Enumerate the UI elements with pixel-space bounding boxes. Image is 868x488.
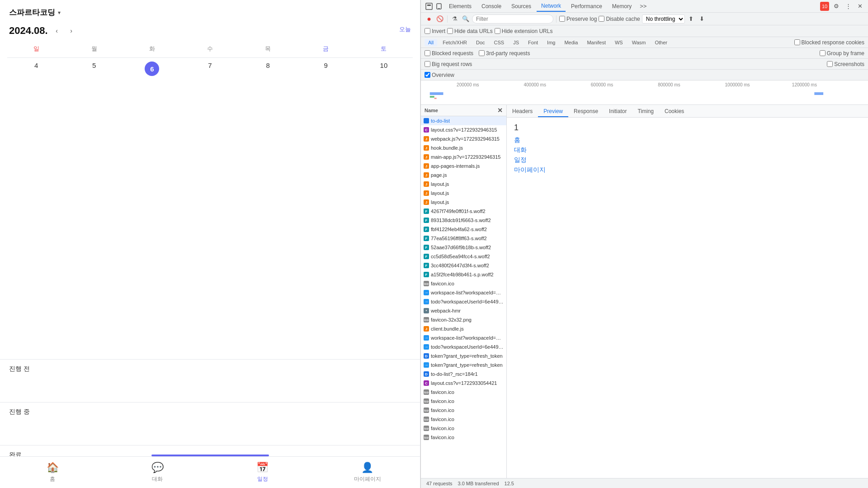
preview-link-mypage[interactable]: 마이페이지 [514,166,861,174]
type-wasm-btn[interactable]: Wasm [628,39,650,46]
network-item-17[interactable]: F a15f2fce4b98b461-s.p.woff2 [421,270,506,279]
disable-cache-checkbox[interactable]: Disable cache [599,16,640,22]
cal-day-7[interactable]: 7 [181,58,239,80]
throttle-select[interactable]: No throttling [642,14,685,24]
type-doc-btn[interactable]: Doc [472,39,489,46]
network-item-21[interactable]: * webpack-hmr [421,306,506,315]
type-manifest-btn[interactable]: Manifest [583,39,609,46]
network-item-5[interactable]: J app-pages-internals.js [421,161,506,171]
hide-data-urls-checkbox[interactable]: Hide data URLs [447,28,493,34]
nav-item-chat[interactable]: 💬 대화 [105,462,210,483]
type-other-btn[interactable]: Other [651,39,671,46]
cal-day-10[interactable]: 10 [355,58,413,80]
prev-month-button[interactable]: ‹ [52,25,62,36]
network-item-18[interactable]: ico favicon.ico [421,279,506,288]
tab-elements[interactable]: Elements [444,1,476,11]
export-icon[interactable]: ⬇ [698,14,707,24]
network-item-14[interactable]: F 52aae37d66f9b18b-s.woff2 [421,243,506,252]
detail-tab-headers[interactable]: Headers [507,106,538,117]
settings-icon[interactable]: ⚙ [832,2,841,11]
preview-link-home[interactable]: 홈 [514,136,861,144]
network-item-10[interactable]: F 4267f749fe0ff01f-s.woff2 [421,207,506,216]
network-item-4[interactable]: J main-app.js?v=1722932946315 [421,152,506,161]
close-devtools-icon[interactable]: ✕ [855,2,864,11]
blocked-requests-checkbox[interactable]: Blocked requests [425,50,473,57]
blocked-response-cookies-checkbox[interactable]: Blocked response cookies [794,39,864,46]
close-detail-button[interactable]: ✕ [497,107,503,114]
network-item-34[interactable]: ico favicon.ico [421,424,506,433]
network-item-19[interactable]: → workspace-list?workspaceId=60&... [421,288,506,297]
detail-tab-response[interactable]: Response [568,106,604,117]
tab-console[interactable]: Console [477,1,506,11]
cal-day-9[interactable]: 9 [297,58,355,80]
record-button[interactable]: ● [425,14,434,24]
network-item-27[interactable]: → token?grant_type=refresh_token [421,360,506,370]
network-item-35[interactable]: ico favicon.ico [421,433,506,442]
next-month-button[interactable]: › [66,25,77,36]
hide-extension-urls-checkbox[interactable]: Hide extension URLs [495,28,553,34]
type-ws-btn[interactable]: WS [611,39,627,46]
filter-input[interactable] [472,14,553,24]
type-font-btn[interactable]: Font [524,39,542,46]
preserve-log-checkbox[interactable]: Preserve log [559,16,597,22]
search-icon[interactable]: 🔍 [461,14,470,24]
network-item-26[interactable]: D token?grant_type=refresh_token [421,351,506,360]
network-item-22[interactable]: ico favicon-32x32.png [421,315,506,324]
nav-item-home[interactable]: 🏠 홈 [0,462,105,483]
cal-day-8[interactable]: 8 [239,58,297,80]
type-js-btn[interactable]: JS [509,39,523,46]
network-item-12[interactable]: F fbf4122f4eb4fa62-s.woff2 [421,225,506,234]
network-item-3[interactable]: J hook.bundle.js [421,143,506,152]
type-css-btn[interactable]: CSS [491,39,508,46]
screenshots-checkbox[interactable]: Screenshots [827,61,864,67]
network-item-33[interactable]: ico favicon.ico [421,415,506,424]
network-item-13[interactable]: F 77ea56196ff8ff63-s.woff2 [421,234,506,243]
error-count-badge[interactable]: 10 [820,2,829,11]
network-item-9[interactable]: J layout.js [421,198,506,207]
detail-tab-preview[interactable]: Preview [538,106,568,117]
network-item-11[interactable]: F 893138dcb91f6663-s.woff2 [421,216,506,225]
device-toolbar-icon[interactable] [434,2,443,11]
network-item-7[interactable]: J layout.js [421,180,506,189]
network-item-29[interactable]: C layout.css?v=1722933054421 [421,379,506,388]
network-item-6[interactable]: J page.js [421,171,506,180]
nav-item-mypage[interactable]: 👤 마이페이지 [315,462,420,483]
network-item-25[interactable]: → todo?workspaceUserId=6e449cd9... [421,342,506,351]
type-img-btn[interactable]: Img [543,39,559,46]
cal-day-6-today[interactable]: 6 [123,58,181,80]
tab-network[interactable]: Network [537,1,566,12]
network-item-28[interactable]: D to-do-list?_rsc=184r1 [421,370,506,379]
tab-memory[interactable]: Memory [608,1,636,11]
network-item-31[interactable]: ico favicon.ico [421,397,506,406]
preview-link-schedule[interactable]: 일정 [514,156,861,164]
nav-item-schedule[interactable]: 📅 일정 [210,462,315,483]
filter-icon[interactable]: ⚗ [450,14,459,24]
type-all-btn[interactable]: All [425,39,437,46]
tab-sources[interactable]: Sources [507,1,536,11]
more-options-icon[interactable]: ⋮ [844,2,853,11]
inspect-icon[interactable] [425,2,434,11]
tab-performance[interactable]: Performance [566,1,607,11]
cal-day-5[interactable]: 5 [65,58,123,80]
network-item-23[interactable]: J client.bundle.js [421,324,506,333]
network-item-15[interactable]: F cc5d58d5ea94fcc4-s.woff2 [421,252,506,261]
invert-checkbox[interactable]: Invert [425,28,445,34]
network-item-20[interactable]: → todo?workspaceUserId=6e449cd9... [421,297,506,306]
chevron-down-icon[interactable]: ▾ [58,9,61,16]
network-item-0[interactable]: D to-do-list [421,116,506,125]
network-item-8[interactable]: J layout.js [421,189,506,198]
detail-tab-cookies[interactable]: Cookies [659,106,689,117]
network-item-1[interactable]: C layout.css?v=1722932946315 [421,125,506,134]
network-item-24[interactable]: → workspace-list?workspaceId=60&... [421,333,506,342]
type-fetchxhr-btn[interactable]: Fetch/XHR [439,39,471,46]
clear-button[interactable]: 🚫 [435,14,444,24]
big-request-rows-checkbox[interactable]: Big request rows [425,61,472,67]
import-icon[interactable]: ⬆ [687,14,696,24]
network-item-30[interactable]: ico favicon.ico [421,388,506,397]
network-item-32[interactable]: ico favicon.ico [421,406,506,415]
tab-more[interactable]: >> [637,2,649,10]
type-media-btn[interactable]: Media [561,39,581,46]
preview-link-chat[interactable]: 대화 [514,146,861,154]
group-by-frame-checkbox[interactable]: Group by frame [820,50,864,57]
detail-tab-timing[interactable]: Timing [632,106,659,117]
